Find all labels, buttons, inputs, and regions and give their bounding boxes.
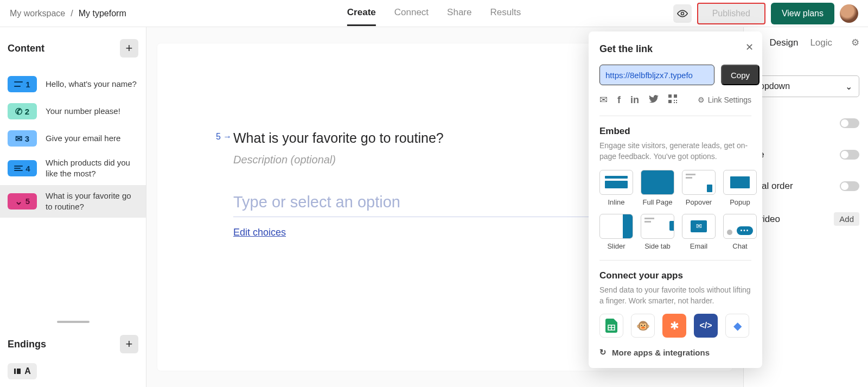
connect-apps-title: Connect your apps xyxy=(599,270,751,281)
question-label: Give your email here xyxy=(46,133,120,144)
tab-connect[interactable]: Connect xyxy=(394,1,429,26)
chevron-down-icon: ⌄ xyxy=(845,81,852,92)
sidebar-content-title: Content xyxy=(8,43,44,54)
embed-title: Embed xyxy=(599,126,751,137)
avatar[interactable] xyxy=(840,4,858,23)
select-value: opdown xyxy=(760,81,790,91)
hubspot-icon[interactable]: ✱ xyxy=(662,314,686,338)
email-icon: ✉ xyxy=(15,134,22,144)
question-label: Which products did you like the most? xyxy=(46,157,138,180)
svg-rect-5 xyxy=(668,100,672,103)
question-item-1[interactable]: 1 Hello, what's your name? xyxy=(0,71,146,98)
toggle-alphabetical[interactable] xyxy=(840,181,859,191)
question-number-ref: 5 → xyxy=(216,132,232,142)
embed-popover[interactable]: Popover xyxy=(682,170,716,206)
short-text-icon xyxy=(14,81,23,87)
phone-icon: ✆ xyxy=(15,106,22,117)
edit-choices-link[interactable]: Edit choices xyxy=(233,227,286,238)
gtm-icon[interactable]: ◆ xyxy=(725,314,749,338)
svg-rect-2 xyxy=(17,369,21,374)
popover-title: Get the link xyxy=(599,43,751,55)
twitter-icon[interactable] xyxy=(649,94,659,106)
question-item-4[interactable]: 4 Which products did you like the most? xyxy=(0,152,146,185)
question-item-3[interactable]: ✉3 Give your email here xyxy=(0,125,146,152)
question-label: What is your favorite go to routine? xyxy=(46,191,138,213)
add-media-button[interactable]: Add xyxy=(834,212,859,226)
connect-apps-desc: Send data to your favorite tools without… xyxy=(599,284,751,307)
embed-inline[interactable]: Inline xyxy=(599,170,633,206)
top-right: Published View plans xyxy=(673,3,858,24)
qr-icon[interactable] xyxy=(668,94,677,106)
embed-slider[interactable]: Slider xyxy=(599,214,633,250)
svg-rect-9 xyxy=(676,102,677,103)
copy-button[interactable]: Copy xyxy=(721,65,760,85)
toggle-randomize[interactable] xyxy=(840,150,859,160)
embed-desc: Engage site visitors, generate leads, ge… xyxy=(599,140,751,162)
dropdown-icon: ⌄ xyxy=(15,195,23,207)
facebook-icon[interactable]: f xyxy=(617,94,621,106)
tab-results[interactable]: Results xyxy=(490,1,521,26)
question-list: 1 Hello, what's your name? ✆2 Your numbe… xyxy=(0,71,146,218)
close-icon[interactable]: ✕ xyxy=(745,41,754,53)
sidebar: Content + 1 Hello, what's your name? ✆2 … xyxy=(0,27,146,387)
rtab-design[interactable]: Design xyxy=(769,37,798,48)
more-apps-link[interactable]: ↻ More apps & integrations xyxy=(599,347,751,357)
mailchimp-icon[interactable]: 🐵 xyxy=(631,314,655,338)
svg-point-0 xyxy=(681,12,684,15)
add-ending-button[interactable]: + xyxy=(120,335,138,353)
question-type-select[interactable]: opdown ⌄ xyxy=(752,75,859,97)
sidebar-endings-title: Endings xyxy=(8,339,46,350)
question-label: Hello, what's your name? xyxy=(46,79,137,90)
svg-rect-8 xyxy=(674,102,675,103)
share-link-input[interactable] xyxy=(599,65,714,85)
multi-choice-icon xyxy=(14,166,23,171)
published-button[interactable]: Published xyxy=(697,3,765,24)
embed-code-icon[interactable]: </> xyxy=(694,314,718,338)
question-item-2[interactable]: ✆2 Your number please! xyxy=(0,98,146,125)
nav-tabs: Create Connect Share Results xyxy=(347,1,521,26)
rtab-logic[interactable]: Logic xyxy=(810,37,832,48)
breadcrumb: My workspace / My typeform xyxy=(10,9,126,18)
eye-icon xyxy=(677,10,688,17)
share-popover: Get the link ✕ Copy ✉ f in ⚙Link Setting… xyxy=(589,31,762,368)
top-bar: My workspace / My typeform Create Connec… xyxy=(0,0,868,27)
google-sheets-icon[interactable] xyxy=(599,314,623,338)
email-share-icon[interactable]: ✉ xyxy=(599,94,608,106)
preview-button[interactable] xyxy=(673,4,692,23)
toggle-required[interactable] xyxy=(840,118,859,128)
ending-item-a[interactable]: A xyxy=(8,363,37,379)
svg-rect-6 xyxy=(674,100,675,101)
embed-popup[interactable]: Popup xyxy=(723,170,757,206)
tab-share[interactable]: Share xyxy=(447,1,471,26)
ending-icon xyxy=(14,367,21,375)
svg-rect-7 xyxy=(676,100,677,101)
question-label: Your number please! xyxy=(46,106,120,117)
gear-icon: ⚙ xyxy=(698,96,705,104)
embed-email[interactable]: ✉Email xyxy=(682,214,716,250)
view-plans-button[interactable]: View plans xyxy=(771,3,834,24)
breadcrumb-current[interactable]: My typeform xyxy=(79,9,126,18)
linkedin-icon[interactable]: in xyxy=(630,94,639,106)
breadcrumb-sep: / xyxy=(71,9,73,18)
embed-sidetab[interactable]: Side tab xyxy=(641,214,674,250)
sidebar-resize-handle[interactable] xyxy=(57,321,90,323)
svg-rect-3 xyxy=(668,94,672,98)
gear-icon[interactable]: ⚙ xyxy=(851,37,859,48)
link-settings-button[interactable]: ⚙Link Settings xyxy=(698,96,751,104)
ending-letter: A xyxy=(24,366,31,376)
tab-create[interactable]: Create xyxy=(347,1,376,26)
embed-chat[interactable]: •••Chat xyxy=(723,214,757,250)
refresh-icon: ↻ xyxy=(599,347,607,357)
svg-rect-1 xyxy=(14,369,16,374)
svg-rect-4 xyxy=(674,94,677,98)
embed-fullpage[interactable]: Full Page xyxy=(641,170,674,206)
add-question-button[interactable]: + xyxy=(120,39,138,58)
question-item-5[interactable]: ⌄5 What is your favorite go to routine? xyxy=(0,185,146,218)
breadcrumb-workspace[interactable]: My workspace xyxy=(10,9,65,18)
